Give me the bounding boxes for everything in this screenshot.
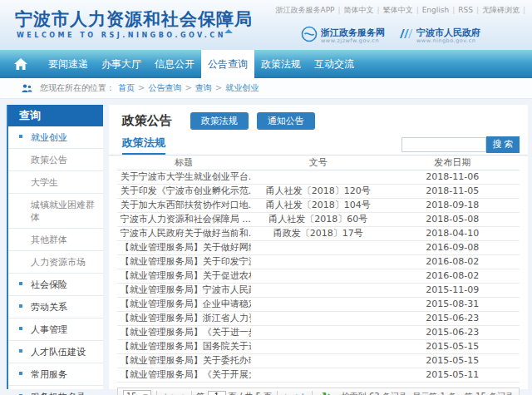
ningbo-gov-badge[interactable]: 宁波市人民政府 www.ningbo.gov.cn bbox=[398, 26, 480, 46]
site-subtitle: WELCOME TO RSJ.NINGBO.GOV.CN bbox=[17, 32, 226, 39]
table-row: 【就业管理服务局】关于做好网络创业认定工作的通...2016-09-08 bbox=[117, 240, 520, 254]
row-doc-number bbox=[251, 254, 385, 269]
row-title-link[interactable]: 【就业管理服务局】浙江省人力资源和社会保障厅等... bbox=[117, 311, 251, 325]
top-link[interactable]: 无障碍浏览 bbox=[482, 6, 520, 14]
row-doc-number bbox=[251, 297, 385, 311]
row-title-link[interactable]: 宁波市人力资源和社会保障局 ... bbox=[117, 212, 251, 226]
top-link[interactable]: RSS bbox=[458, 6, 473, 14]
page-label-suffix: 页 / 共 5 页 bbox=[229, 391, 272, 395]
row-title-link[interactable]: 关于加大东西部扶贫协作对口地... bbox=[117, 198, 251, 212]
sidebar-item[interactable]: 社会保险 bbox=[8, 274, 103, 296]
sidebar-item[interactable]: 劳动关系 bbox=[8, 296, 103, 318]
last-page-icon[interactable]: ▶| bbox=[296, 393, 304, 395]
sidebar-item[interactable]: 其他群体 bbox=[8, 229, 103, 251]
top-link[interactable]: English bbox=[422, 6, 450, 14]
category-button[interactable]: 政策法规 bbox=[190, 112, 249, 130]
header-badges: 浙江政务服务网 www.zjzwfw.gov.cn 宁波市人民政府 www.ni… bbox=[301, 26, 480, 46]
row-title-link[interactable]: 【就业管理服务局】企业申请稳定岗位补贴政策问答 bbox=[117, 297, 251, 311]
sidebar-item[interactable]: 人力资源市场 bbox=[8, 251, 103, 274]
row-date: 2016-09-08 bbox=[386, 240, 520, 254]
page-size-select[interactable]: 15 ▼ bbox=[123, 390, 151, 395]
nav-item[interactable]: 要闻速递 bbox=[42, 50, 95, 78]
breadcrumb-separator: > bbox=[215, 83, 222, 92]
row-date: 2018-05-08 bbox=[386, 212, 520, 226]
row-date: 2018-04-10 bbox=[386, 226, 520, 240]
sidebar-item-label: 人才队伍建设 bbox=[31, 347, 86, 358]
breadcrumb-link[interactable]: 公告查询 bbox=[148, 83, 181, 92]
row-title-link[interactable]: 【就业管理服务局】国务院关于进一步做好为农民工... bbox=[117, 339, 251, 353]
category-buttons: 政策法规通知公告 bbox=[172, 111, 315, 130]
divider bbox=[191, 391, 192, 395]
sidebar-item[interactable]: 大学生 bbox=[8, 171, 103, 194]
sidebar-item[interactable]: 人事管理 bbox=[8, 318, 103, 341]
row-title-link[interactable]: 【就业管理服务局】《关于开展大学生网络创业认定... bbox=[117, 368, 251, 382]
sidebar-item[interactable]: 政策公告 bbox=[8, 149, 103, 171]
search-button[interactable]: 搜 索 bbox=[486, 136, 520, 153]
bullet-icon bbox=[19, 135, 22, 138]
row-title-link[interactable]: 【就业管理服务局】关于委托办理台湾香港澳门人员... bbox=[117, 353, 251, 368]
row-doc-number bbox=[251, 353, 385, 368]
separator: | bbox=[416, 6, 419, 14]
row-title-link[interactable]: 【就业管理服务局】关于印发宁波市就业和失业登记... bbox=[117, 254, 251, 269]
breadcrumb: 您现在所在的位置： 首页>公告查询>查询>就业创业 bbox=[0, 78, 532, 99]
top-links: 浙江政务服务APP|简体中文|繁体中文|English|RSS|无障碍浏览| bbox=[276, 5, 529, 16]
page-body: 查询 就业创业政策公告大学生城镇就业困难群体其他群体人力资源市场社会保险劳动关系… bbox=[0, 99, 532, 389]
row-date: 2015-06-23 bbox=[386, 311, 520, 325]
sidebar-item[interactable]: 人才队伍建设 bbox=[8, 341, 103, 363]
badge-name: 宁波市人民政府 bbox=[416, 28, 480, 37]
top-link[interactable]: 繁体中文 bbox=[383, 6, 413, 14]
main-nav: 要闻速递办事大厅信息公开公告查询政策法规互动交流 bbox=[0, 50, 532, 78]
search-input[interactable] bbox=[401, 137, 486, 152]
zhejiang-gov-badge[interactable]: 浙江政务服务网 www.zjzwfw.gov.cn bbox=[301, 26, 385, 46]
sidebar-item[interactable]: 城镇就业困难群体 bbox=[8, 194, 103, 229]
row-doc-number: 甬人社发〔2018〕104号 bbox=[251, 198, 385, 212]
main-panel: 政策公告 政策法规通知公告 政策法规 搜 索 标题 文号 发布日期 关于宁波市大… bbox=[109, 105, 528, 389]
row-title-link[interactable]: 关于印发《宁波市创业孵化示范... bbox=[117, 184, 251, 198]
row-date: 2016-08-02 bbox=[386, 254, 520, 269]
refresh-icon[interactable]: ↻ bbox=[322, 390, 331, 395]
sidebar: 查询 就业创业政策公告大学生城镇就业困难群体其他群体人力资源市场社会保险劳动关系… bbox=[7, 105, 103, 389]
home-icon[interactable] bbox=[0, 50, 42, 78]
breadcrumb-separator: > bbox=[138, 83, 145, 92]
breadcrumb-link[interactable]: 首页 bbox=[118, 83, 135, 92]
row-date: 2015-05-15 bbox=[386, 339, 520, 353]
page-number-input[interactable] bbox=[208, 391, 226, 395]
row-doc-number: 甬人社发〔2018〕120号 bbox=[251, 184, 385, 198]
first-page-icon[interactable]: |◀ bbox=[165, 393, 173, 395]
row-doc-number: 甬人社发〔2018〕60号 bbox=[251, 212, 385, 226]
prev-page-icon[interactable]: ◀ bbox=[178, 393, 184, 395]
nav-item[interactable]: 信息公开 bbox=[148, 50, 201, 78]
row-title-link[interactable]: 【就业管理服务局】关于做好网络创业认定工作的通... bbox=[117, 240, 251, 254]
category-button[interactable]: 通知公告 bbox=[257, 112, 315, 130]
nav-item[interactable]: 政策法规 bbox=[254, 50, 308, 78]
row-title-link[interactable]: 宁波市人民政府关于做好当前和... bbox=[117, 226, 251, 240]
sidebar-item[interactable]: 服务机构名录 bbox=[8, 386, 103, 395]
tab-row: 政策法规 搜 索 bbox=[109, 134, 528, 156]
breadcrumb-separator: > bbox=[185, 83, 191, 92]
sidebar-item[interactable]: 就业创业 bbox=[8, 126, 103, 149]
next-page-icon[interactable]: ▶ bbox=[285, 393, 291, 395]
breadcrumb-link[interactable]: 查询 bbox=[195, 83, 212, 92]
row-title-link[interactable]: 关于宁波市大学生就业创业平台... bbox=[117, 170, 251, 184]
nav-item[interactable]: 公告查询 bbox=[201, 50, 254, 78]
badge-url: www.zjzwfw.gov.cn bbox=[321, 37, 385, 44]
sidebar-item[interactable]: 常用服务 bbox=[8, 363, 103, 386]
top-link[interactable]: 简体中文 bbox=[344, 6, 374, 14]
breadcrumb-link[interactable]: 就业创业 bbox=[225, 83, 259, 92]
row-title-link[interactable]: 【就业管理服务局】宁波市人民政府关于进一步做好... bbox=[117, 283, 251, 297]
tab-policy-laws[interactable]: 政策法规 bbox=[122, 136, 165, 155]
row-title-link[interactable]: 【就业管理服务局】《关于进一步促进普通高等学校... bbox=[117, 325, 251, 339]
top-link[interactable]: 浙江政务服务APP bbox=[276, 6, 335, 14]
location-icon bbox=[22, 84, 32, 93]
nav-item[interactable]: 办事大厅 bbox=[95, 50, 148, 78]
row-date: 2015-08-31 bbox=[386, 297, 520, 311]
badge-name: 浙江政务服务网 bbox=[321, 28, 385, 37]
row-doc-number bbox=[251, 240, 385, 254]
separator: | bbox=[452, 6, 455, 14]
row-date: 2016-08-02 bbox=[386, 269, 520, 283]
nav-item[interactable]: 互动交流 bbox=[308, 50, 361, 78]
active-tab-pointer bbox=[224, 29, 233, 33]
row-title-link[interactable]: 【就业管理服务局】关于促进农村电子商务创业就业... bbox=[117, 269, 251, 283]
separator: | bbox=[523, 6, 525, 14]
sidebar-item-label: 人力资源市场 bbox=[31, 257, 86, 268]
